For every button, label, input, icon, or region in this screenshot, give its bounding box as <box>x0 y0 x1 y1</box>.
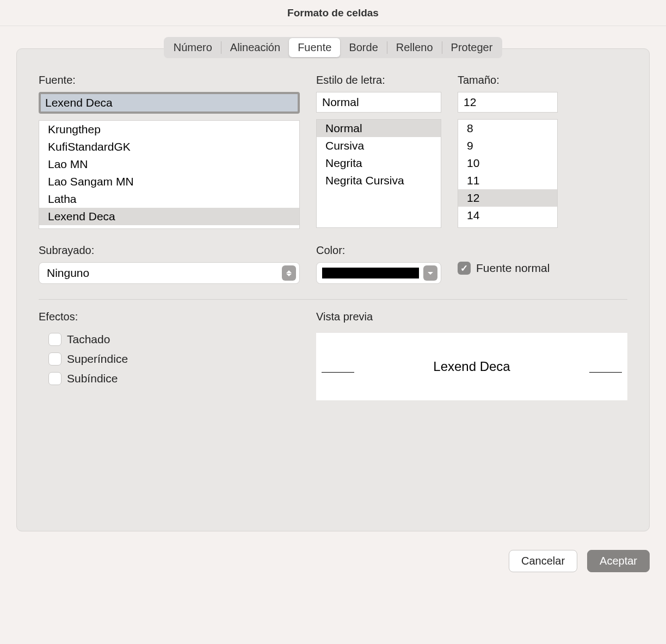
tab-relleno[interactable]: Relleno <box>387 38 442 57</box>
checkbox-icon <box>48 333 61 346</box>
titlebar: Formato de celdas <box>0 0 666 26</box>
stepper-icon <box>282 265 296 281</box>
size-item[interactable]: 14 <box>458 207 557 224</box>
font-listbox[interactable]: KrungthepKufiStandardGKLao MNLao Sangam … <box>39 120 300 229</box>
size-item[interactable]: 10 <box>458 154 557 172</box>
size-label: Tamaño: <box>458 74 558 86</box>
checkbox-icon <box>48 352 61 366</box>
tab-proteger[interactable]: Proteger <box>442 38 502 57</box>
effect-label: Subíndice <box>67 372 118 385</box>
preview-line-left <box>322 372 354 373</box>
window-title: Formato de celdas <box>287 7 379 19</box>
font-item[interactable]: Lao MN <box>39 156 299 173</box>
tab-fuente[interactable]: Fuente <box>289 38 340 57</box>
effect-tachado[interactable]: Tachado <box>48 333 300 346</box>
underline-value: Ninguno <box>47 267 89 280</box>
preview-line-right <box>589 372 622 373</box>
cancel-button[interactable]: Cancelar <box>509 550 577 572</box>
style-label: Estilo de letra: <box>316 74 441 86</box>
effect-label: Tachado <box>67 333 110 346</box>
tab-número[interactable]: Número <box>165 38 221 57</box>
effect-superíndice[interactable]: Superíndice <box>48 352 300 366</box>
checkbox-icon: ✓ <box>458 262 471 275</box>
normal-font-checkbox[interactable]: ✓ Fuente normal <box>458 262 550 275</box>
preview-box: Lexend Deca <box>316 333 627 400</box>
preview-text: Lexend Deca <box>433 359 510 374</box>
style-listbox[interactable]: NormalCursivaNegritaNegrita Cursiva <box>316 119 441 228</box>
underline-label: Subrayado: <box>39 244 300 257</box>
style-item[interactable]: Negrita Cursiva <box>317 172 441 189</box>
font-item[interactable]: Krungthep <box>39 121 299 138</box>
effects-label: Efectos: <box>39 311 300 323</box>
effect-subíndice[interactable]: Subíndice <box>48 372 300 385</box>
font-panel: Fuente: KrungthepKufiStandardGKLao MNLao… <box>16 48 650 531</box>
size-input[interactable] <box>458 92 558 113</box>
font-item[interactable]: Lexend Deca <box>39 208 299 225</box>
tab-borde[interactable]: Borde <box>340 38 386 57</box>
color-label: Color: <box>316 244 441 257</box>
font-label: Fuente: <box>39 74 300 86</box>
preview-label: Vista previa <box>316 311 627 323</box>
underline-select[interactable]: Ninguno <box>39 262 300 284</box>
chevron-down-icon <box>423 265 437 281</box>
size-item[interactable]: 9 <box>458 137 557 154</box>
font-input-wrap <box>39 92 300 114</box>
font-item[interactable]: Latha <box>39 190 299 208</box>
accept-button[interactable]: Aceptar <box>587 550 650 572</box>
style-item[interactable]: Normal <box>317 120 441 137</box>
size-item[interactable]: 12 <box>458 189 557 207</box>
checkbox-icon <box>48 372 61 385</box>
font-item[interactable]: KufiStandardGK <box>39 138 299 156</box>
color-swatch <box>322 268 419 278</box>
style-input[interactable] <box>316 92 441 113</box>
size-item[interactable]: 11 <box>458 172 557 189</box>
dialog-footer: Cancelar Aceptar <box>0 541 666 572</box>
style-item[interactable]: Negrita <box>317 154 441 172</box>
color-select[interactable] <box>316 262 441 284</box>
font-item[interactable]: Lao Sangam MN <box>39 173 299 190</box>
font-input[interactable] <box>41 94 298 112</box>
style-item[interactable]: Cursiva <box>317 137 441 154</box>
size-item[interactable]: 8 <box>458 120 557 137</box>
tab-alineación[interactable]: Alineación <box>221 38 289 57</box>
size-listbox[interactable]: 8910111214 <box>458 119 558 228</box>
tab-bar: NúmeroAlineaciónFuenteBordeRellenoProteg… <box>164 37 503 58</box>
normal-font-label: Fuente normal <box>476 262 550 275</box>
effect-label: Superíndice <box>67 352 128 366</box>
separator <box>39 299 627 300</box>
